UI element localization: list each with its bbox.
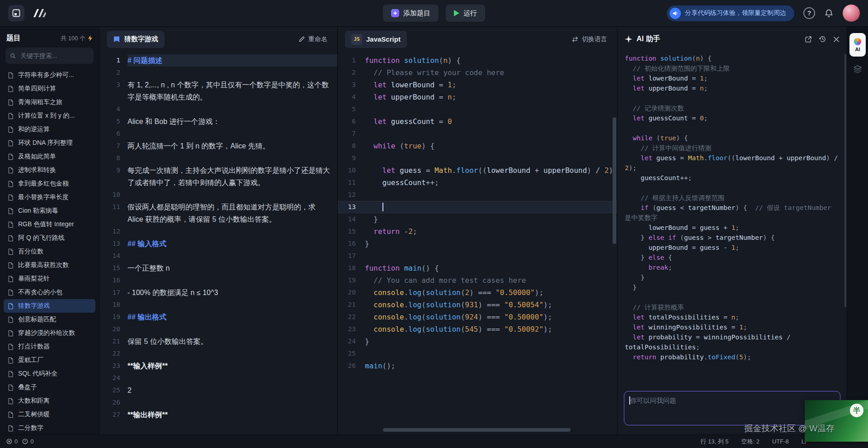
editor-vertical-scrollbar[interactable]: [613, 117, 616, 244]
editor-horizontal-scrollbar[interactable]: [383, 428, 571, 432]
run-button[interactable]: 运行: [446, 5, 485, 22]
problem-line[interactable]: 13## 输入格式: [99, 238, 337, 250]
code-line[interactable]: 7: [338, 128, 617, 140]
open-in-window-icon[interactable]: [805, 36, 812, 43]
code-line[interactable]: 22 console.log(solution(924) === "0.5000…: [338, 311, 617, 323]
code-line[interactable]: 8 while (true) {: [338, 140, 617, 152]
problem-line[interactable]: 6: [99, 128, 337, 140]
problem-line[interactable]: 9每完成一次猜测，主持会大声说出刚刚的数字是猜小了还是猜大了或者猜中了，若猜中则…: [99, 164, 337, 189]
rename-button[interactable]: 重命名: [296, 35, 330, 44]
sidebar-item[interactable]: 比赛最高获胜次数: [4, 258, 95, 272]
close-icon[interactable]: [833, 36, 840, 43]
problem-line[interactable]: 22: [99, 348, 337, 360]
sidebar-item[interactable]: 字符串有多少种可...: [4, 68, 95, 82]
code-line[interactable]: 17: [338, 250, 617, 262]
sidebar-item[interactable]: 二叉树供暖: [4, 408, 95, 421]
problem-line[interactable]: 21保留 5 位小数输出答案。: [99, 335, 337, 348]
sidebar-item[interactable]: 创意标题匹配: [4, 313, 95, 326]
sidebar-item[interactable]: 二分数字: [4, 421, 95, 434]
code-line[interactable]: 19 // You can add more test cases here: [338, 274, 617, 286]
code-line[interactable]: 6 let guessCount = 0: [338, 115, 617, 128]
problem-line[interactable]: 15一个正整数 n: [99, 262, 337, 274]
help-icon[interactable]: ?: [803, 7, 815, 19]
sidebar-item[interactable]: 百分位数: [4, 245, 95, 258]
problem-line[interactable]: 27**输出样例**: [99, 409, 337, 421]
cursor-position[interactable]: 行 13, 列 5: [700, 438, 728, 446]
code-line[interactable]: 24}: [338, 335, 617, 348]
history-icon[interactable]: [819, 35, 826, 43]
code-line[interactable]: 4 let upperBound = n;: [338, 91, 617, 103]
problem-line[interactable]: 14: [99, 250, 337, 262]
brand-logo[interactable]: [32, 8, 47, 19]
code-line[interactable]: 1function solution(n) {: [338, 54, 617, 67]
problem-line[interactable]: 17- 100% 的数据满足 n ≤ 10^3: [99, 286, 337, 299]
problem-line[interactable]: 5Alice 和 Bob 进行一个游戏：: [99, 115, 337, 128]
code-line[interactable]: 3 let lowerBound = 1;: [338, 79, 617, 91]
code-line[interactable]: 5: [338, 103, 617, 115]
app-logo-tile[interactable]: [8, 5, 24, 21]
problem-line[interactable]: 10: [99, 189, 337, 201]
code-line[interactable]: 21 console.log(solution(931) === "0.5005…: [338, 299, 617, 311]
promo-banner[interactable]: 分享代码练习体验，领限量定制周边: [667, 5, 794, 21]
code-line[interactable]: 13: [338, 201, 617, 213]
errors-indicator[interactable]: 0: [6, 438, 18, 445]
sidebar-item[interactable]: 阿 Q 的飞行路线: [4, 231, 95, 245]
code-line[interactable]: 20 console.log(solution(2) === "0.50000"…: [338, 286, 617, 299]
lightning-icon[interactable]: [88, 35, 93, 41]
sidebar-item[interactable]: 大数和距离: [4, 394, 95, 408]
ai-scrollbar[interactable]: [844, 54, 846, 307]
sidebar-item[interactable]: 计算位置 x 到 y 的...: [4, 109, 95, 123]
problem-line[interactable]: 3有 1, 2,..., n , n 个数字，其中且仅有一个数字是中奖的，这个数…: [99, 79, 337, 103]
sidebar-item[interactable]: 暴雨梨花针: [4, 272, 95, 286]
problem-line[interactable]: 23**输入样例**: [99, 360, 337, 372]
code-line[interactable]: 9: [338, 152, 617, 164]
ai-response[interactable]: function solution(n) { // 初始化猜测范围的下限和上限 …: [618, 52, 847, 386]
sidebar-item[interactable]: 拿到最多红包金额: [4, 177, 95, 191]
sidebar-item[interactable]: 环状 DNA 序列整理: [4, 136, 95, 150]
sidebar-item[interactable]: 青海湖租车之旅: [4, 95, 95, 109]
code-line[interactable]: 16}: [338, 238, 617, 250]
warnings-indicator[interactable]: 0: [22, 438, 33, 445]
sidebar-item[interactable]: 简单四则计算: [4, 82, 95, 95]
problem-line[interactable]: 2: [99, 67, 337, 79]
sidebar-item[interactable]: 最小替换字串长度: [4, 191, 95, 204]
problem-line[interactable]: 18: [99, 299, 337, 311]
problem-line[interactable]: 4: [99, 103, 337, 115]
code-line[interactable]: 11 guessCount++;: [338, 176, 617, 189]
search-input[interactable]: [19, 52, 89, 60]
indentation-setting[interactable]: 空格: 2: [741, 438, 760, 446]
problem-tab[interactable]: 猜数字游戏: [107, 31, 165, 48]
sidebar-item[interactable]: Cion 勒索病毒: [4, 204, 95, 218]
problem-lines[interactable]: 1# 问题描述23有 1, 2,..., n , n 个数字，其中且仅有一个数字…: [99, 52, 337, 434]
problem-line[interactable]: 26: [99, 396, 337, 409]
code-line[interactable]: 10 let guess = Math.floor((lowerBound + …: [338, 164, 617, 176]
sidebar-item[interactable]: 穿越沙漠的补给次数: [4, 326, 95, 340]
sidebar-item[interactable]: 猜数字游戏: [4, 299, 95, 313]
notifications-icon[interactable]: [824, 9, 834, 18]
problem-line[interactable]: 11假设两人都是聪明的理智的，而且都知道对方是聪明的，求 Alice 获胜的概率…: [99, 201, 337, 225]
code-line[interactable]: 15 return -2;: [338, 225, 617, 238]
layers-icon[interactable]: [853, 65, 862, 76]
sidebar-item[interactable]: 和的逆运算: [4, 123, 95, 136]
sidebar-item[interactable]: 打点计数器: [4, 340, 95, 353]
problem-line[interactable]: 1# 问题描述: [99, 54, 337, 67]
problem-line[interactable]: 7两人轮流猜一个 1 到 n 的数字，Alice 先猜。: [99, 140, 337, 152]
problem-line[interactable]: 8: [99, 152, 337, 164]
switch-language-button[interactable]: 切换语言: [569, 35, 610, 44]
encoding-setting[interactable]: UTF-8: [772, 438, 789, 445]
problem-line[interactable]: 19## 输出格式: [99, 311, 337, 323]
problem-line[interactable]: 24: [99, 372, 337, 384]
sidebar-item[interactable]: 进制求和转换: [4, 163, 95, 177]
ai-assistant-badge[interactable]: AI: [849, 33, 866, 57]
problem-line[interactable]: 20: [99, 323, 337, 335]
problem-line[interactable]: 252: [99, 384, 337, 396]
code-line[interactable]: 26main();: [338, 360, 617, 372]
code-line[interactable]: 14 }: [338, 213, 617, 225]
code-line[interactable]: 25: [338, 348, 617, 360]
language-tab[interactable]: JS JavaScript: [345, 31, 407, 48]
sidebar-item[interactable]: 及格如此简单: [4, 150, 95, 163]
code-line[interactable]: 23 console.log(solution(545) === "0.5009…: [338, 323, 617, 335]
code-line[interactable]: 12: [338, 189, 617, 201]
avatar[interactable]: [843, 5, 860, 22]
sidebar-item[interactable]: RGB 色值转 Integer: [4, 218, 95, 231]
